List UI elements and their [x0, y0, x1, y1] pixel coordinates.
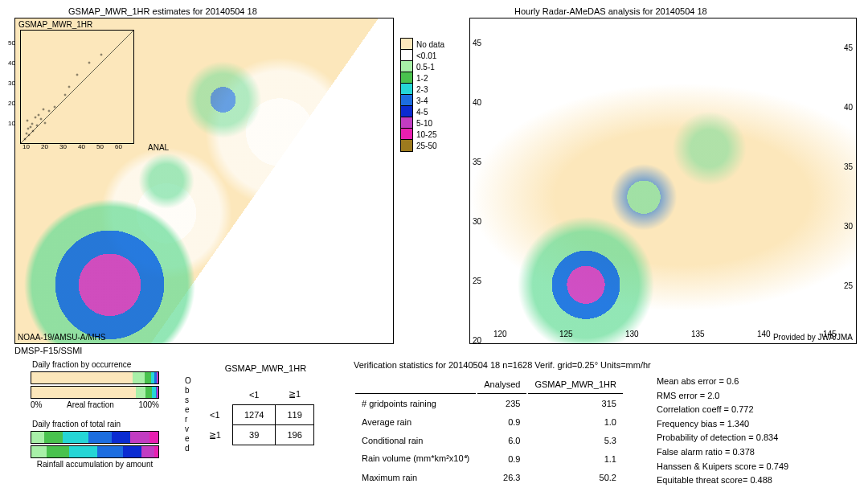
inset-tick-x: 40 — [78, 143, 85, 150]
score-line: Frequency bias = 1.340 — [657, 417, 788, 432]
inset-tick-y: 20 — [8, 100, 15, 107]
verif-row-b: 50.2 — [528, 469, 622, 486]
svg-point-21 — [43, 109, 44, 110]
legend-item: 25-50 — [400, 140, 444, 151]
svg-point-17 — [26, 133, 27, 134]
axis-tick-y-left: 30 — [473, 217, 481, 226]
inset-tick-y: 50 — [8, 39, 15, 47]
svg-point-13 — [76, 74, 78, 76]
inset-tick-x: 30 — [59, 143, 67, 150]
verif-row-label: Conditional rain — [355, 432, 476, 449]
legend-item: 10-25 — [400, 129, 444, 140]
left-map-footer1: NOAA-19/AMSU-A/MHS — [18, 333, 105, 342]
contingency-block: GSMAP_MWR_1HR Observed <1≧1 <1 1274 119 … — [185, 363, 314, 453]
legend-label: <0.01 — [416, 51, 436, 60]
inset-tick-x: 50 — [96, 143, 104, 150]
verif-row-label: Maximum rain — [355, 469, 476, 486]
verif-row: # gridpoints raining235315 — [355, 396, 623, 412]
legend-item: 0.5-1 — [400, 61, 444, 72]
legend-label: 5-10 — [416, 119, 432, 128]
svg-point-7 — [27, 120, 28, 121]
legend-item: <0.01 — [400, 50, 444, 61]
frac-footer: Rainfall accumulation by amount — [31, 460, 159, 469]
ct-c22: 196 — [276, 425, 313, 445]
score-line: Correlation coeff = 0.772 — [657, 403, 788, 417]
left-map-inset-label: GSMAP_MWR_1HR — [18, 20, 92, 29]
score-line: Mean abs error = 0.6 — [657, 375, 788, 389]
svg-point-9 — [48, 110, 50, 112]
provider-label: Provided by JWA/JMA — [773, 333, 853, 342]
axis-tick-y-right: 45 — [844, 43, 853, 52]
verif-row-b: 5.3 — [528, 432, 622, 449]
verif-row-a: 235 — [477, 396, 526, 412]
anal-label: ANAL — [148, 143, 169, 152]
svg-point-20 — [38, 114, 39, 116]
score-line: False alarm ratio = 0.378 — [657, 445, 788, 460]
inset-tick-x: 60 — [115, 143, 122, 150]
frac-occ-title: Daily fraction by occurrence — [32, 360, 131, 369]
left-map: GSMAP_MWR_1HR ANAL NOAA-19/AMSU-A/MHS — [14, 18, 394, 344]
frac-total-est: Est — [31, 431, 159, 444]
right-map: Provided by JWA/JMA — [469, 18, 857, 344]
verif-row-b: 1.1 — [528, 450, 622, 468]
svg-point-15 — [100, 54, 102, 55]
verif-row-b: 1.0 — [528, 413, 622, 430]
frac-occ-obs: Obs — [31, 386, 159, 399]
svg-point-10 — [54, 106, 55, 108]
scores-block: Mean abs error = 0.6RMS error = 2.0Corre… — [657, 375, 788, 488]
axis-tick-y-right: 25 — [844, 281, 853, 290]
contingency-side: Observed — [185, 376, 193, 453]
ct-c21: 39 — [232, 425, 275, 445]
svg-point-4 — [36, 125, 38, 126]
legend-label: 2-3 — [416, 85, 428, 94]
inset-tick-y: 30 — [8, 80, 15, 87]
svg-point-18 — [27, 128, 29, 129]
axis-tick-y-left: 20 — [473, 336, 481, 345]
frac-x0: 0% — [31, 400, 42, 409]
inset-tick-x: 10 — [23, 143, 30, 150]
svg-point-11 — [64, 94, 66, 96]
verif-row-a: 0.9 — [477, 413, 526, 430]
score-line: Probability of detection = 0.834 — [657, 431, 788, 445]
ct-c11: 1274 — [232, 405, 275, 425]
legend-label: 10-25 — [416, 130, 437, 139]
frac-total-obs: Obs — [31, 445, 159, 458]
svg-point-19 — [31, 123, 33, 125]
inset-tick-y: 10 — [8, 120, 15, 127]
frac-occ-est: Est — [31, 371, 159, 384]
svg-point-12 — [68, 86, 70, 88]
axis-tick-y-right: 40 — [844, 103, 853, 112]
left-map-footer2: DMSP-F15/SSMI — [14, 346, 82, 355]
axis-tick-y-left: 40 — [473, 98, 481, 107]
axis-tick-x: 120 — [493, 330, 507, 338]
right-map-title: Hourly Radar-AMeDAS analysis for 2014050… — [514, 6, 707, 16]
frac-total-chart: Est Obs Rainfall accumulation by amount — [31, 431, 159, 469]
verif-table: AnalysedGSMAP_MWR_1HR # gridpoints raini… — [354, 375, 624, 488]
svg-point-3 — [30, 126, 31, 128]
left-map-title: GSMAP_MWR_1HR estimates for 20140504 18 — [68, 6, 257, 16]
frac-total-title: Daily fraction of total rain — [32, 420, 121, 428]
svg-point-5 — [40, 118, 42, 120]
verif-row-label: # gridpoints raining — [355, 396, 476, 412]
legend-item: 3-4 — [400, 95, 444, 106]
verif-row: Maximum rain26.350.2 — [355, 469, 623, 486]
svg-line-0 — [21, 31, 133, 143]
legend-label: 25-50 — [416, 141, 437, 150]
verif-row-a: 0.9 — [477, 450, 526, 468]
svg-point-14 — [88, 62, 90, 64]
scatter-icon — [21, 31, 133, 143]
ct-col2: ≧1 — [276, 384, 313, 405]
frac-x2: 100% — [138, 400, 159, 409]
svg-point-8 — [35, 117, 36, 118]
legend-item: 1-2 — [400, 72, 444, 84]
verif-row: Conditional rain6.05.3 — [355, 432, 623, 449]
verif-block: Verification statistics for 20140504 18 … — [354, 360, 788, 488]
legend-item: 4-5 — [400, 106, 444, 117]
legend-label: 3-4 — [416, 96, 428, 105]
verif-row-b: 315 — [528, 396, 622, 412]
axis-tick-x: 140 — [757, 330, 771, 338]
verif-row: Rain volume (mm*km²x10⁴)0.91.1 — [355, 450, 623, 468]
legend-item: 2-3 — [400, 84, 444, 95]
inset-scatter — [20, 30, 134, 144]
verif-col-b: GSMAP_MWR_1HR — [528, 376, 622, 394]
